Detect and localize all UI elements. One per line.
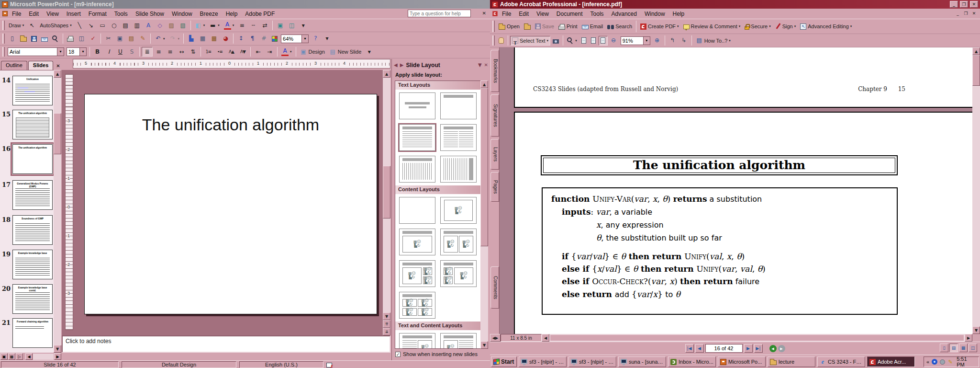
- text-direction-button[interactable]: ⇅: [188, 47, 199, 57]
- decrease-indent-button[interactable]: ⇤: [253, 47, 264, 57]
- scroll-up-icon[interactable]: ▲: [54, 70, 61, 78]
- toolbar-options-button[interactable]: ▾: [298, 21, 309, 30]
- font-color-button[interactable]: A▾: [279, 47, 294, 57]
- doc-minimize-icon[interactable]: _: [954, 11, 962, 17]
- save-button[interactable]: [29, 34, 39, 44]
- slide-thumbnail-17[interactable]: Generalized Modus Ponens (GMP): [12, 180, 53, 210]
- autoshapes-menu-button[interactable]: AutoShapes▾: [38, 21, 73, 30]
- close-icon[interactable]: ✕: [970, 1, 978, 8]
- slide-design-button[interactable]: ▣Design: [298, 47, 327, 57]
- scroll-left-icon[interactable]: ◀: [542, 334, 549, 342]
- search-button[interactable]: [50, 34, 61, 44]
- slide-thumbnail-14[interactable]: Unification: [12, 76, 53, 105]
- acr-menu-help[interactable]: Help: [669, 10, 689, 18]
- show-formatting-button[interactable]: ¶: [247, 34, 258, 44]
- clip-art-tool-button[interactable]: ▨: [166, 21, 177, 30]
- scroll-up-icon[interactable]: ▲: [480, 80, 488, 88]
- back-arrow-icon[interactable]: ◀: [394, 62, 398, 68]
- facing-layout-icon[interactable]: ◫: [969, 344, 977, 352]
- continuous-facing-layout-icon[interactable]: ▦: [959, 344, 968, 352]
- layout-title-content[interactable]: ▦☺▙↻: [399, 229, 435, 255]
- tray-icon-gray[interactable]: [940, 359, 945, 365]
- scroll-down-icon[interactable]: ▼: [972, 326, 980, 334]
- close-task-pane-icon[interactable]: ✕: [484, 62, 488, 68]
- save-button[interactable]: Save: [533, 22, 556, 31]
- sign-button[interactable]: Sign▾: [773, 22, 798, 31]
- expand-all-button[interactable]: ↕: [235, 34, 246, 44]
- scrollbar-thumb[interactable]: [54, 113, 61, 154]
- font-name-combo[interactable]: Arial▾: [8, 47, 64, 56]
- actual-size-button[interactable]: [579, 36, 589, 46]
- layout-title-text[interactable]: [399, 124, 435, 151]
- scroll-down-icon[interactable]: ▼: [383, 312, 390, 320]
- slide-thumbnail-21[interactable]: Forward chaining algorithm: [12, 318, 53, 348]
- fill-color-button[interactable]: ◧▾: [193, 21, 207, 30]
- distribute-button[interactable]: ↔: [176, 47, 187, 57]
- slide-thumbnail-18[interactable]: Soundness of GMP: [12, 215, 53, 245]
- scroll-down-icon[interactable]: ▼: [54, 345, 61, 353]
- close-pane-icon[interactable]: ✕: [56, 63, 60, 69]
- single-page-layout-icon[interactable]: ▯: [940, 344, 948, 352]
- ppt-menu-file[interactable]: File: [8, 10, 25, 18]
- layout-title-slide[interactable]: [399, 92, 435, 119]
- taskbar-button-cs-3243-fo-[interactable]: CS 3243 - Fo...: [817, 356, 865, 367]
- toolbar-grip[interactable]: [492, 35, 495, 46]
- tray-chevron-icon[interactable]: «: [926, 359, 929, 365]
- layout-title-content-left-2[interactable]: ▦☺▙↻▦☺▙↻▦☺▙↻: [399, 260, 435, 287]
- numbering-button[interactable]: 1≡: [203, 47, 214, 57]
- spelling-button[interactable]: ✓: [88, 34, 99, 44]
- arrow-style-button[interactable]: ⇄: [259, 21, 270, 30]
- thumbnail-scrollbar[interactable]: ▲ ▼: [54, 70, 61, 353]
- scrollbar-thumb[interactable]: [972, 55, 980, 86]
- zoom-in-tool-button[interactable]: ▾: [565, 36, 579, 46]
- start-button[interactable]: Start: [491, 356, 517, 367]
- line-style-button[interactable]: ≡: [236, 21, 247, 30]
- slide-area-scrollbar[interactable]: ▲ ▼ ⇈ ⇊: [383, 70, 390, 335]
- text-box-tool-button[interactable]: ▤: [120, 21, 131, 30]
- normal-view-icon[interactable]: ▣: [0, 353, 8, 360]
- document-vertical-scrollbar[interactable]: ▲ ▼: [972, 47, 980, 334]
- search-button[interactable]: Search: [605, 22, 634, 31]
- shadow-style-button[interactable]: ▣: [275, 21, 286, 30]
- dash-style-button[interactable]: ╌: [248, 21, 259, 30]
- text-shadow-button[interactable]: S: [126, 47, 137, 57]
- ppt-menu-slide-show[interactable]: Slide Show: [132, 10, 168, 18]
- scroll-down-icon[interactable]: ▼: [480, 341, 488, 349]
- print-button[interactable]: Print: [557, 22, 579, 31]
- ppt-menu-adobe-pdf[interactable]: Adobe PDF: [241, 10, 278, 18]
- layout-title-4content[interactable]: ▦☺▙↻▦☺▙↻▦☺▙↻▦☺▙↻: [399, 292, 435, 319]
- split-view-icon[interactable]: ◀▶: [490, 334, 501, 342]
- layout-title-text-content[interactable]: ▦☺▙↻: [399, 333, 435, 349]
- picture-tool-button[interactable]: ▧: [178, 21, 189, 30]
- rectangle-tool-button[interactable]: ▭: [97, 21, 108, 30]
- first-page-icon[interactable]: |◀: [685, 344, 694, 353]
- copy-button[interactable]: ▣: [114, 34, 125, 44]
- acr-menu-edit[interactable]: Edit: [515, 10, 533, 18]
- notes-pane[interactable]: Click to add notes: [62, 335, 390, 353]
- nav-tab-pages[interactable]: Pages: [490, 172, 499, 202]
- format-painter-button[interactable]: ✎: [137, 34, 148, 44]
- slide-sorter-view-icon[interactable]: ▦: [8, 353, 15, 360]
- slideshow-view-icon[interactable]: ▷: [16, 353, 23, 360]
- h-scrollbar-track[interactable]: [33, 354, 54, 360]
- ppt-titlebar[interactable]: Microsoft PowerPoint - [m9-inference]: [0, 0, 490, 9]
- slide-thumbnail-19[interactable]: Example knowledge base: [12, 250, 53, 279]
- select-text-button[interactable]: Select Text▾: [510, 36, 550, 46]
- scroll-right-icon[interactable]: ▶: [54, 353, 61, 360]
- increase-font-size-button[interactable]: A▲: [226, 47, 237, 57]
- scrollbar-thumb[interactable]: [383, 166, 390, 218]
- ppt-menu-window[interactable]: Window: [168, 10, 196, 18]
- ppt-menu-help[interactable]: Help: [222, 10, 242, 18]
- nav-tab-signatures[interactable]: Signatures: [490, 94, 499, 137]
- select-objects-button[interactable]: ↖: [26, 21, 37, 30]
- how-to-button[interactable]: ▤How To..?▾: [694, 36, 733, 46]
- layout-list-scrollbar[interactable]: ▲ ▼: [480, 80, 488, 349]
- font-size-combo[interactable]: 18▾: [67, 47, 87, 56]
- next-slide-icon[interactable]: ⇊: [383, 328, 390, 335]
- taskbar-button-microsoft-po-[interactable]: Microsoft Po...: [718, 356, 766, 367]
- layout-title-2text[interactable]: [440, 124, 477, 151]
- ppt-menu-tools[interactable]: Tools: [111, 10, 132, 18]
- acr-menu-tools[interactable]: Tools: [587, 10, 608, 18]
- tables-and-borders-button[interactable]: ▩: [209, 34, 220, 44]
- draw-menu-button[interactable]: Draw▾: [7, 21, 26, 30]
